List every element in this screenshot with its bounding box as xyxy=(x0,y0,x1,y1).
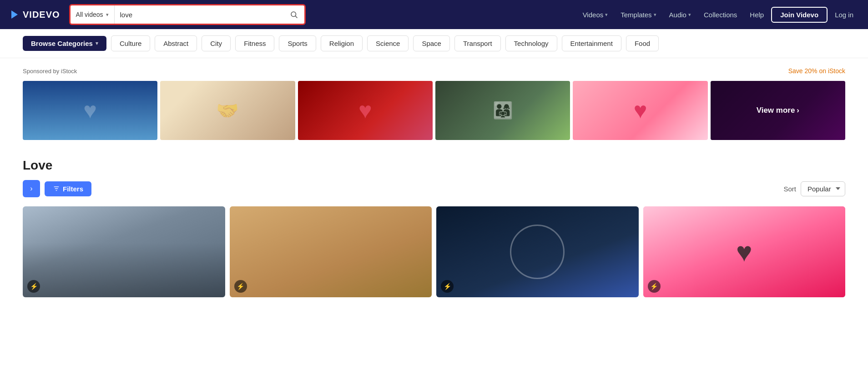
svg-line-2 xyxy=(295,16,297,18)
search-button[interactable] xyxy=(283,10,304,19)
browse-categories-button[interactable]: Browse Categories ▾ xyxy=(23,36,106,51)
chevron-icon: ▾ xyxy=(605,12,608,18)
nav-templates[interactable]: Templates ▾ xyxy=(615,7,661,22)
search-icon xyxy=(290,10,298,19)
category-technology[interactable]: Technology xyxy=(505,35,557,51)
sponsored-header: Sponsored by iStock Save 20% on iStock xyxy=(23,67,845,75)
lightning-badge-2: ⚡ xyxy=(234,280,247,293)
results-title: Love xyxy=(23,158,845,173)
category-food[interactable]: Food xyxy=(626,35,659,51)
nav-audio[interactable]: Audio ▾ xyxy=(664,7,696,22)
sponsored-grid: 🤝 ♥ 👨‍👩‍👧 ♥ View more › xyxy=(23,81,845,140)
results-section: Love › Filters Sort Popular Newest Oldes… xyxy=(0,149,868,306)
save-link[interactable]: Save 20% on iStock xyxy=(788,67,845,75)
video-thumb-2[interactable]: ⚡ xyxy=(230,206,432,297)
nav-links: Videos ▾ Templates ▾ Audio ▾ Collections… xyxy=(577,7,859,23)
login-link[interactable]: Log in xyxy=(829,7,859,22)
browse-categories-label: Browse Categories xyxy=(31,40,93,47)
chevron-icon: ▾ xyxy=(654,12,656,18)
sponsored-item-viewmore[interactable]: View more › xyxy=(711,81,845,140)
sort-row: Sort Popular Newest Oldest xyxy=(783,181,845,196)
sponsored-label: Sponsored by iStock xyxy=(23,68,77,75)
filters-button-label: Filters xyxy=(63,185,83,193)
category-science[interactable]: Science xyxy=(367,35,409,51)
category-transport[interactable]: Transport xyxy=(454,35,501,51)
filters-button[interactable]: Filters xyxy=(45,181,91,196)
brand-name: VIDEVO xyxy=(23,10,60,20)
nav-videos[interactable]: Videos ▾ xyxy=(577,7,614,22)
category-religion[interactable]: Religion xyxy=(321,35,363,51)
sponsored-item-1[interactable] xyxy=(23,81,157,140)
chevron-down-icon: ▾ xyxy=(106,12,109,18)
category-fitness[interactable]: Fitness xyxy=(235,35,274,51)
search-dropdown[interactable]: All videos ▾ xyxy=(71,5,115,24)
category-city[interactable]: City xyxy=(202,35,231,51)
sponsored-section: Sponsored by iStock Save 20% on iStock 🤝… xyxy=(0,58,868,149)
filters-row: › Filters Sort Popular Newest Oldest xyxy=(23,180,845,197)
logo-icon xyxy=(9,9,20,20)
chevron-icon: ▾ xyxy=(688,12,691,18)
chevron-down-icon: ▾ xyxy=(96,40,98,46)
sponsored-item-4[interactable]: 👨‍👩‍👧 xyxy=(435,81,570,140)
lightning-badge-4: ⚡ xyxy=(648,280,661,293)
search-dropdown-label: All videos xyxy=(76,11,103,18)
sort-select[interactable]: Popular Newest Oldest xyxy=(801,181,845,196)
category-abstract[interactable]: Abstract xyxy=(155,35,197,51)
chevron-right-icon: › xyxy=(797,106,799,115)
logo[interactable]: VIDEVO xyxy=(9,9,60,20)
lightning-badge-3: ⚡ xyxy=(441,280,454,293)
sponsored-item-2[interactable]: 🤝 xyxy=(160,81,295,140)
search-bar: All videos ▾ xyxy=(69,4,306,25)
sponsored-item-5[interactable]: ♥ xyxy=(573,81,707,140)
categories-bar: Browse Categories ▾ Culture Abstract Cit… xyxy=(0,29,868,58)
view-more-overlay[interactable]: View more › xyxy=(711,81,845,140)
video-grid: ⚡ ⚡ ⚡ ♥ ⚡ xyxy=(23,206,845,297)
join-button[interactable]: Join Videvo xyxy=(771,7,828,23)
category-culture[interactable]: Culture xyxy=(111,35,150,51)
search-input[interactable] xyxy=(115,7,283,22)
sort-label: Sort xyxy=(783,185,796,193)
view-more-label: View more xyxy=(757,106,795,115)
sponsored-item-3[interactable]: ♥ xyxy=(298,81,433,140)
video-thumb-3[interactable]: ⚡ xyxy=(436,206,639,297)
navbar: VIDEVO All videos ▾ Videos ▾ Templates ▾… xyxy=(0,0,868,29)
expand-icon: › xyxy=(30,185,32,193)
lightning-badge-1: ⚡ xyxy=(27,280,40,293)
expand-button[interactable]: › xyxy=(23,180,40,197)
nav-collections[interactable]: Collections xyxy=(698,7,742,22)
svg-point-1 xyxy=(291,12,296,17)
video-thumb-1[interactable]: ⚡ xyxy=(23,206,225,297)
video-thumb-4[interactable]: ♥ ⚡ xyxy=(643,206,846,297)
category-entertainment[interactable]: Entertainment xyxy=(562,35,621,51)
nav-help[interactable]: Help xyxy=(744,7,769,22)
filter-icon xyxy=(53,185,60,192)
category-space[interactable]: Space xyxy=(413,35,450,51)
svg-marker-0 xyxy=(11,10,18,19)
category-sports[interactable]: Sports xyxy=(279,35,316,51)
